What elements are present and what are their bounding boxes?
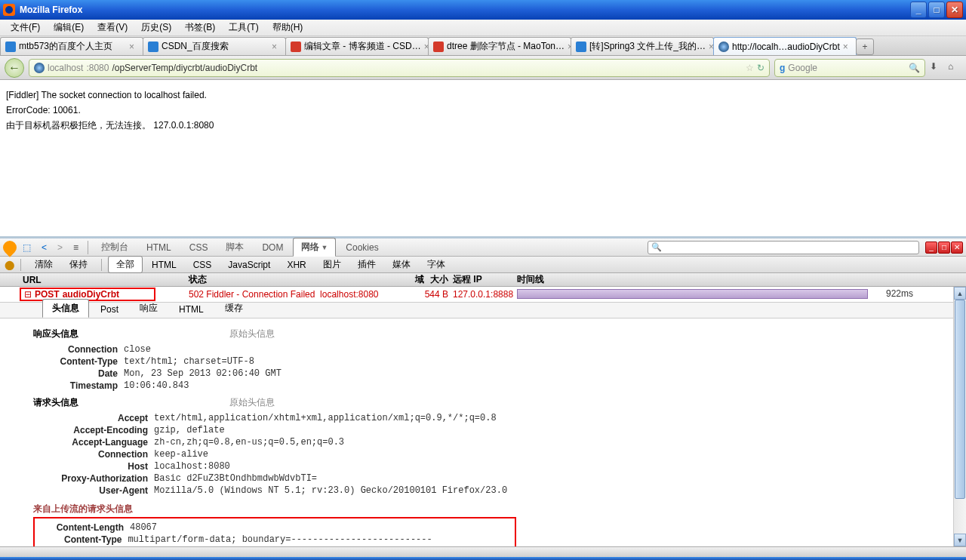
detail-tab-cache[interactable]: 缓存 bbox=[215, 299, 253, 318]
firebug-minimize-button[interactable]: _ bbox=[925, 242, 937, 254]
detail-tab-post[interactable]: Post bbox=[91, 301, 128, 318]
col-ip[interactable]: 远程 IP bbox=[453, 273, 517, 286]
url-path: /opServerTemp/diycrbt/audioDiyCrbt bbox=[112, 63, 257, 73]
tab-label: mtb573的百度个人主页 bbox=[19, 40, 112, 53]
back-button[interactable]: ← bbox=[5, 58, 24, 78]
col-status[interactable]: 状态 bbox=[189, 273, 415, 286]
raw-headers-link[interactable]: 原始头信息 bbox=[229, 396, 275, 409]
header-value: close bbox=[124, 343, 151, 355]
net-filter-all[interactable]: 全部 bbox=[108, 256, 143, 273]
header-value: 10:06:40.843 bbox=[124, 380, 189, 392]
request-status: 502 Fiddler - Connection Failed bbox=[189, 289, 315, 300]
detail-tab-response[interactable]: 响应 bbox=[130, 299, 168, 318]
panel-script[interactable]: 脚本 bbox=[217, 238, 252, 257]
url-input[interactable]: localhost:8080/opServerTemp/diycrbt/audi… bbox=[29, 59, 770, 77]
url-host: localhost bbox=[48, 63, 83, 73]
download-icon[interactable]: ⬇ bbox=[930, 61, 943, 75]
new-tab-button[interactable]: + bbox=[856, 38, 874, 55]
tab-close-icon[interactable]: × bbox=[129, 42, 138, 52]
net-filter-css[interactable]: CSS bbox=[186, 258, 220, 272]
tab-5[interactable]: http://localh…audioDiyCrbt× bbox=[713, 37, 857, 55]
response-headers-title: 响应头信息 bbox=[33, 328, 78, 340]
col-size[interactable]: 大小 bbox=[415, 273, 453, 286]
scrollbar[interactable]: ▲ ▼ bbox=[953, 287, 966, 546]
maximize-button[interactable]: □ bbox=[928, 2, 945, 18]
header-key: User-Agent bbox=[33, 485, 154, 497]
menu-view[interactable]: 查看(V) bbox=[91, 20, 134, 35]
request-size: 544 B bbox=[415, 289, 453, 300]
scroll-up-icon[interactable]: ▲ bbox=[954, 287, 966, 300]
home-icon[interactable]: ⌂ bbox=[948, 61, 961, 75]
menu-tools[interactable]: 工具(T) bbox=[223, 20, 264, 35]
firebug-close-button[interactable]: ✕ bbox=[951, 242, 963, 254]
tab-3[interactable]: dtree 删除字节点 - MaoTon…× bbox=[428, 37, 571, 55]
firebug-popout-button[interactable]: □ bbox=[938, 242, 950, 254]
nav-prev-icon[interactable]: < bbox=[37, 241, 51, 254]
header-key: Timestamp bbox=[33, 380, 124, 392]
search-icon[interactable]: 🔍 bbox=[909, 63, 920, 73]
net-filter-xhr[interactable]: XHR bbox=[279, 258, 313, 272]
request-time: 922ms bbox=[886, 288, 913, 299]
firebug-icon[interactable] bbox=[0, 238, 19, 257]
net-filter-plugin[interactable]: 插件 bbox=[350, 257, 383, 272]
net-filter-html[interactable]: HTML bbox=[144, 258, 184, 272]
header-value: gzip, deflate bbox=[154, 424, 225, 436]
request-name: audioDiyCrbt bbox=[63, 289, 119, 300]
net-filter-js[interactable]: JavaScript bbox=[220, 258, 278, 272]
panel-cookies[interactable]: Cookies bbox=[337, 239, 386, 256]
tab-0[interactable]: mtb573的百度个人主页× bbox=[0, 37, 143, 55]
panel-console[interactable]: 控制台 bbox=[93, 238, 137, 257]
net-filter-media[interactable]: 媒体 bbox=[385, 257, 418, 272]
tab-close-icon[interactable]: × bbox=[272, 42, 281, 52]
panel-dom[interactable]: DOM bbox=[254, 239, 291, 256]
chevron-down-icon: ▼ bbox=[321, 244, 328, 251]
window-titlebar: Mozilla Firefox _ □ ✕ bbox=[0, 0, 966, 20]
header-key: Content-Type bbox=[39, 534, 128, 546]
collapse-icon[interactable]: ⊟ bbox=[24, 289, 32, 300]
inspect-icon[interactable]: ⬚ bbox=[18, 241, 35, 254]
site-icon bbox=[34, 63, 45, 73]
error-line-3: 由于目标机器积极拒绝，无法连接。 127.0.0.1:8080 bbox=[6, 118, 960, 133]
net-keep-button[interactable]: 保持 bbox=[62, 257, 95, 272]
tab-label: http://localh…audioDiyCrbt bbox=[732, 42, 840, 52]
net-clear-button[interactable]: 清除 bbox=[27, 257, 60, 272]
lines-icon[interactable]: ≡ bbox=[69, 241, 83, 254]
tab-bar: mtb573的百度个人主页× CSDN_百度搜索× 编辑文章 - 博客频道 - … bbox=[0, 36, 966, 56]
tab-1[interactable]: CSDN_百度搜索× bbox=[143, 37, 286, 55]
break-icon[interactable]: ⬤ bbox=[5, 260, 14, 270]
menu-help[interactable]: 帮助(H) bbox=[266, 20, 309, 35]
menu-history[interactable]: 历史(S) bbox=[135, 20, 177, 35]
reload-icon[interactable]: ↻ bbox=[757, 63, 764, 73]
tab-4[interactable]: [转]Spring3 文件上传_我的…× bbox=[571, 37, 714, 55]
search-input[interactable]: g Google 🔍 bbox=[774, 59, 925, 77]
nav-next-icon[interactable]: > bbox=[53, 241, 67, 254]
tab-2[interactable]: 编辑文章 - 博客频道 - CSD…× bbox=[285, 37, 429, 55]
scroll-down-icon[interactable]: ▼ bbox=[954, 534, 966, 546]
upload-headers-title: 来自上传流的请求头信息 bbox=[33, 503, 933, 515]
firebug-search-input[interactable] bbox=[648, 241, 919, 254]
panel-net[interactable]: 网络▼ bbox=[293, 238, 336, 257]
bookmark-star-icon[interactable]: ☆ bbox=[746, 63, 754, 73]
col-time[interactable]: 时间线 bbox=[517, 273, 966, 286]
firebug-toolbar: ⬚ < > ≡ 控制台 HTML CSS 脚本 DOM 网络▼ Cookies … bbox=[0, 238, 966, 257]
search-placeholder: Google bbox=[788, 63, 817, 73]
col-url[interactable]: URL bbox=[0, 275, 189, 285]
header-key: Accept-Language bbox=[33, 436, 154, 448]
close-button[interactable]: ✕ bbox=[946, 2, 963, 18]
net-filter-font[interactable]: 字体 bbox=[420, 257, 453, 272]
headers-view: 响应头信息原始头信息 Connectionclose Content-Typet… bbox=[0, 318, 966, 546]
net-filter-img[interactable]: 图片 bbox=[315, 257, 349, 272]
raw-headers-link[interactable]: 原始头信息 bbox=[229, 328, 275, 340]
request-headers-title: 请求头信息 bbox=[33, 396, 78, 409]
menu-bookmark[interactable]: 书签(B) bbox=[179, 20, 221, 35]
error-line-2: ErrorCode: 10061. bbox=[6, 103, 960, 118]
panel-css[interactable]: CSS bbox=[181, 239, 217, 256]
detail-tab-html[interactable]: HTML bbox=[169, 301, 214, 318]
detail-tab-headers[interactable]: 头信息 bbox=[42, 299, 89, 318]
header-key: Date bbox=[33, 368, 124, 380]
menu-edit[interactable]: 编辑(E) bbox=[48, 20, 90, 35]
minimize-button[interactable]: _ bbox=[910, 2, 927, 18]
tab-close-icon[interactable]: × bbox=[843, 42, 852, 52]
panel-html[interactable]: HTML bbox=[138, 239, 180, 256]
menu-file[interactable]: 文件(F) bbox=[5, 20, 46, 35]
